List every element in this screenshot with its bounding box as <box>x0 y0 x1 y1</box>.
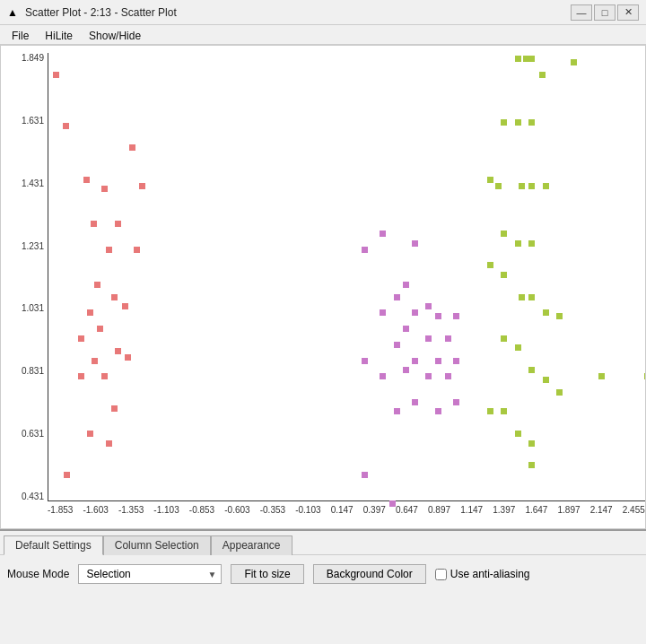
minimize-button[interactable]: — <box>571 4 592 21</box>
data-point <box>453 358 459 364</box>
chart-container: 1.849 1.631 1.431 1.231 1.031 0.831 0.63… <box>0 45 646 529</box>
data-point <box>515 431 521 437</box>
tab-column-selection[interactable]: Column Selection <box>103 535 211 555</box>
data-point <box>87 431 93 437</box>
x-label-4: -0.853 <box>189 505 214 515</box>
data-point <box>453 399 459 405</box>
title-bar: ▲ Scatter Plot - 2:13 - Scatter Plot — □… <box>0 0 646 25</box>
menu-hilite[interactable]: HiLite <box>37 27 81 42</box>
data-point <box>445 335 451 342</box>
data-point <box>92 358 98 364</box>
window-title: Scatter Plot - 2:13 - Scatter Plot <box>25 6 177 19</box>
data-point <box>394 294 400 300</box>
data-point <box>435 408 441 414</box>
data-point <box>435 313 441 319</box>
data-point <box>394 342 400 348</box>
menu-bar: File HiLite Show/Hide <box>0 25 646 45</box>
x-label-14: 1.647 <box>525 505 547 515</box>
data-point <box>87 309 93 316</box>
data-point <box>122 303 128 309</box>
data-point <box>125 354 131 361</box>
data-point <box>487 408 493 414</box>
data-point <box>487 262 493 268</box>
data-point <box>519 294 525 300</box>
data-point <box>362 472 368 478</box>
data-point <box>380 373 386 379</box>
data-point <box>111 294 118 300</box>
data-point <box>91 221 97 227</box>
chart-area[interactable]: -1.853 -1.603 -1.353 -1.103 -0.853 -0.60… <box>48 46 645 528</box>
data-point <box>380 309 386 316</box>
tab-appearance[interactable]: Appearance <box>211 535 292 555</box>
data-point <box>106 247 112 253</box>
data-point <box>97 326 103 332</box>
data-point <box>134 247 140 253</box>
fit-to-size-button[interactable]: Fit to size <box>231 564 303 584</box>
x-label-8: 0.147 <box>331 505 354 515</box>
data-point <box>644 373 645 379</box>
data-point <box>362 358 368 364</box>
menu-file[interactable]: File <box>4 27 37 42</box>
background-color-button[interactable]: Background Color <box>313 564 426 584</box>
maximize-button[interactable]: □ <box>594 4 615 21</box>
data-point <box>412 358 418 364</box>
x-axis: -1.853 -1.603 -1.353 -1.103 -0.853 -0.60… <box>48 501 645 528</box>
data-point <box>528 440 535 447</box>
data-point <box>106 440 112 447</box>
data-point <box>515 240 521 247</box>
window-controls: — □ ✕ <box>571 4 639 21</box>
mouse-mode-select-wrapper: Selection Panning Zooming ▼ <box>78 564 222 584</box>
tab-default-settings[interactable]: Default Settings <box>4 535 103 555</box>
data-point <box>111 405 118 412</box>
data-point <box>83 177 90 183</box>
data-point <box>543 183 549 189</box>
data-point <box>528 119 535 126</box>
data-point <box>362 247 368 253</box>
y-label-0: 1.849 <box>1 53 48 63</box>
anti-aliasing-label: Use anti-aliasing <box>435 568 530 580</box>
data-point <box>115 221 121 227</box>
data-point <box>101 186 108 192</box>
data-point <box>63 123 69 129</box>
data-point <box>425 373 432 379</box>
mouse-mode-select[interactable]: Selection Panning Zooming <box>78 564 222 584</box>
data-point <box>556 389 563 396</box>
data-point <box>598 373 605 379</box>
data-point <box>425 303 432 309</box>
menu-show-hide[interactable]: Show/Hide <box>81 27 149 42</box>
y-label-7: 0.431 <box>1 492 48 501</box>
data-point <box>528 462 535 468</box>
x-label-1: -1.603 <box>83 505 108 515</box>
data-point <box>501 272 507 278</box>
data-point <box>528 56 535 62</box>
y-label-3: 1.231 <box>1 241 48 251</box>
y-label-5: 0.831 <box>1 366 48 376</box>
data-point <box>403 282 409 288</box>
anti-aliasing-checkbox[interactable] <box>435 569 447 580</box>
x-label-12: 1.147 <box>460 505 483 515</box>
data-point <box>78 335 84 342</box>
tab-bar: Default Settings Column Selection Appear… <box>0 531 646 555</box>
y-label-6: 0.631 <box>1 429 48 439</box>
y-label-4: 1.031 <box>1 303 48 313</box>
data-point <box>380 231 386 237</box>
data-point <box>515 344 521 351</box>
x-label-0: -1.853 <box>48 505 73 515</box>
data-point <box>139 183 145 189</box>
tab-content-default-settings: Mouse Mode Selection Panning Zooming ▼ F… <box>0 555 646 593</box>
data-point <box>515 56 521 62</box>
close-button[interactable]: ✕ <box>617 4 639 21</box>
plot-canvas[interactable] <box>48 53 645 501</box>
data-point <box>539 72 546 78</box>
data-point <box>412 240 418 247</box>
data-point <box>94 282 100 288</box>
data-point <box>453 313 459 319</box>
data-point <box>528 294 535 300</box>
data-point <box>571 59 577 65</box>
app-icon: ▲ <box>7 6 20 19</box>
data-point <box>435 358 441 364</box>
data-point <box>501 119 507 126</box>
x-label-6: -0.353 <box>260 505 285 515</box>
data-point <box>64 472 70 478</box>
x-label-3: -1.103 <box>153 505 179 515</box>
